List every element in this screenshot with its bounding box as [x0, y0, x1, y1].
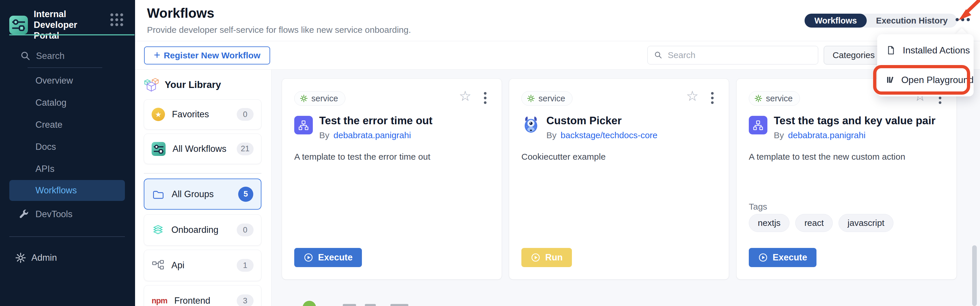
- sidebar-item-overview[interactable]: Overview: [0, 70, 135, 92]
- sidebar-item-catalog[interactable]: Catalog: [0, 92, 135, 114]
- scrollbar-thumb[interactable]: [972, 245, 977, 306]
- kind-chip: service: [749, 91, 800, 106]
- card-menu-button[interactable]: [484, 92, 487, 104]
- monster-avatar-icon: [521, 115, 541, 134]
- chip-label: service: [766, 94, 793, 103]
- tree-icon: [152, 259, 164, 271]
- register-label: Register New Workflow: [164, 51, 261, 60]
- menu-item-installed-actions[interactable]: Installed Actions: [877, 41, 974, 59]
- register-new-workflow-button[interactable]: + Register New Workflow: [144, 46, 270, 65]
- search-input[interactable]: [667, 50, 811, 60]
- by-label: By: [546, 130, 557, 140]
- library-item-label: Favorites: [172, 109, 209, 120]
- workflow-tile-icon: [294, 116, 313, 135]
- favorite-star-button[interactable]: ☆: [686, 89, 698, 103]
- count-badge: 21: [237, 143, 254, 155]
- library-item-frontend[interactable]: npm Frontend 3: [144, 285, 261, 306]
- workflows-icon: [152, 142, 165, 156]
- execute-button[interactable]: Execute: [294, 248, 362, 267]
- tags-label: Tags: [749, 202, 767, 212]
- play-icon: [304, 252, 313, 262]
- library-title: Your Library: [165, 79, 221, 90]
- action-label: Execute: [773, 252, 807, 263]
- view-toggle: Workflows Execution History: [805, 14, 957, 28]
- by-label: By: [319, 130, 329, 140]
- card-byline: By debabrata.panigrahi: [774, 130, 865, 140]
- menu-item-label: Installed Actions: [903, 45, 970, 56]
- library-item-all-groups[interactable]: All Groups 5: [144, 179, 261, 209]
- sidebar-item-apis[interactable]: APIs: [0, 158, 135, 180]
- sidebar-item-label: Admin: [31, 252, 57, 263]
- apps-grid-icon[interactable]: [110, 13, 123, 26]
- sidebar-search-label: Search: [36, 51, 64, 61]
- workflow-card: service ☆ Custom Picker By backstage/tec…: [509, 78, 729, 279]
- execute-button[interactable]: Execute: [749, 248, 816, 267]
- sidebar-item-create[interactable]: Create: [0, 114, 135, 136]
- sidebar-item-label: DevTools: [35, 209, 73, 219]
- kind-chip: service: [521, 91, 573, 106]
- run-button[interactable]: Run: [521, 248, 572, 267]
- by-label: By: [774, 130, 784, 140]
- owner-link[interactable]: debabrata.panigrahi: [788, 130, 865, 140]
- owner-link[interactable]: backstage/techdocs-core: [561, 130, 658, 140]
- card-title: Test the tags and key value pair: [774, 115, 935, 127]
- play-icon: [531, 252, 541, 262]
- clipped-text-fragment: [343, 304, 356, 306]
- sidebar-item-admin[interactable]: Admin: [0, 247, 135, 269]
- toggle-workflows[interactable]: Workflows: [805, 14, 867, 28]
- sidebar-item-devtools[interactable]: DevTools: [0, 203, 135, 225]
- library-divider: [144, 173, 261, 174]
- tag-pill: javascript: [838, 214, 893, 232]
- categories-dropdown[interactable]: Categories: [824, 46, 884, 65]
- favorite-star-button[interactable]: ☆: [459, 89, 471, 103]
- tag-pill: react: [795, 214, 833, 232]
- app-root: Internal Developer Portal Search Overvie…: [0, 0, 980, 306]
- library-item-label: Api: [171, 260, 185, 271]
- count-badge: 0: [237, 108, 254, 121]
- kind-chip: service: [294, 91, 345, 106]
- count-badge: 0: [237, 224, 254, 236]
- tag-pill: nextjs: [749, 214, 789, 232]
- card-menu-button[interactable]: [711, 92, 714, 104]
- workflow-search: [648, 46, 818, 65]
- owner-link[interactable]: debabrata.panigrahi: [333, 130, 411, 140]
- clipped-text-fragment: [390, 304, 408, 306]
- library-item-favorites[interactable]: ★ Favorites 0: [144, 99, 261, 130]
- library-item-all-workflows[interactable]: All Workflows 21: [144, 133, 261, 164]
- menu-item-label: Open Playground: [901, 75, 974, 86]
- tags-row: nextjs react javascript: [749, 214, 893, 232]
- card-description: Cookiecutter example: [521, 152, 606, 162]
- library-item-onboarding[interactable]: Onboarding 0: [144, 214, 261, 246]
- library-item-label: Onboarding: [171, 225, 218, 235]
- folder-icon: [152, 189, 165, 200]
- card-title: Test the error time out: [319, 115, 433, 127]
- more-actions-menu: Installed Actions Open Playground: [877, 34, 974, 97]
- library-panel: Your Library ★ Favorites 0 All Workflows…: [135, 70, 272, 306]
- document-icon: [886, 45, 896, 55]
- toggle-execution-history[interactable]: Execution History: [867, 14, 957, 28]
- page-title: Workflows: [147, 5, 214, 21]
- menu-item-open-playground[interactable]: Open Playground: [877, 71, 974, 89]
- sidebar-divider: [9, 236, 125, 237]
- workflow-tile-icon: [749, 116, 767, 135]
- favorites-star-icon: ★: [152, 108, 165, 121]
- library-item-api[interactable]: Api 1: [144, 250, 261, 281]
- service-gear-icon: [754, 94, 762, 103]
- count-badge: 3: [237, 294, 254, 306]
- chip-label: service: [311, 94, 338, 103]
- npm-icon: npm: [152, 296, 167, 305]
- plus-icon: +: [154, 49, 160, 61]
- cubes-icon: [144, 77, 159, 92]
- more-actions-button[interactable]: [956, 18, 970, 21]
- sidebar-search[interactable]: Search: [0, 49, 64, 63]
- sidebar-item-workflows[interactable]: Workflows: [9, 180, 125, 201]
- next-section-icon: [303, 301, 316, 306]
- library-books-icon: [886, 75, 894, 85]
- sidebar-item-docs[interactable]: Docs: [0, 136, 135, 158]
- app-logo-icon: [9, 16, 28, 34]
- action-label: Run: [545, 252, 563, 263]
- service-gear-icon: [300, 94, 308, 103]
- play-icon: [758, 252, 768, 262]
- card-description: A template to test the new custom action: [749, 152, 905, 162]
- clipped-text-fragment: [365, 304, 376, 306]
